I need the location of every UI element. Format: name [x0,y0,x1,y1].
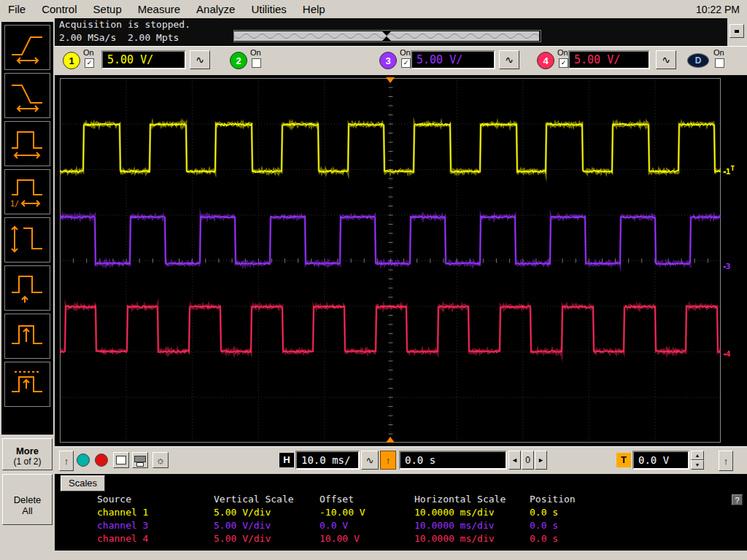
export-icon [116,456,126,464]
trigger-time-marker-top[interactable] [386,77,395,83]
channel-3-on-checkbox[interactable]: ✓ [401,58,411,68]
export-button[interactable] [113,452,129,468]
stop-button[interactable] [95,454,108,467]
scales-cell: channel 4 [97,532,214,545]
sidebar-tool-pulse-width-button[interactable] [4,121,50,166]
channel-1-scale-field[interactable]: 5.00 V/ [101,50,186,69]
help-button[interactable]: ? [732,494,743,505]
v-top-icon [7,319,48,354]
display-brightness-button[interactable]: ☼ [152,452,169,468]
menu-bar: File Control Setup Measure Analyze Utili… [0,0,747,18]
more-tools-button[interactable]: More (1 of 2) [2,438,53,470]
sample-rate-text: 2.00 MSa/s 2.00 Mpts [59,32,179,43]
overshoot-icon [7,367,48,402]
sine-icon: ∿ [196,54,204,66]
timebase-zoom-button[interactable]: ↑ [380,451,396,470]
sidebar-tool-amplitude-button[interactable] [4,217,50,262]
channel-4-button[interactable]: 4 [537,52,554,69]
delta-time-falling-icon [7,78,48,113]
horizontal-label: H [279,453,294,467]
channel-3-level-marker[interactable]: ◄3 [722,260,730,271]
trigger-label: T [616,453,631,467]
trigger-level-field[interactable]: 0.0 V [632,451,689,470]
menu-file[interactable]: File [0,3,34,15]
pulse-width-icon [7,126,48,161]
delete-all-button[interactable]: Delete All [2,474,53,525]
menu-setup[interactable]: Setup [85,3,130,15]
timebase-fine-button[interactable]: ∿ [361,451,379,470]
print-button[interactable] [132,452,148,468]
channel-4-level-marker[interactable]: ◄4 [722,347,730,359]
expand-left-button[interactable]: ↑ [59,451,74,471]
status-corner [727,18,747,46]
sidebar-tool-delta-time-falling-button[interactable] [4,73,50,118]
scales-cell: 10.0000 ms/div [414,506,530,519]
channel-4-coupling-button[interactable]: ∿ [656,50,676,69]
channel-1-coupling-button[interactable]: ∿ [190,50,210,69]
scales-cell: 5.00 V/div [214,519,320,532]
horizontal-position-field[interactable]: 0.0 s [399,451,507,470]
status-bar: Acquisition is stopped. 2.00 MSa/s 2.00 … [55,18,727,46]
printer-paper-icon [136,462,144,467]
oscilloscope-app-window: File Control Setup Measure Analyze Utili… [0,0,747,560]
channel-controls-row: 1 On ✓ 5.00 V/ ∿ 2 On 3 On ✓ 5.00 V/ ∿ 4… [55,46,747,76]
position-right-button[interactable]: ► [535,451,547,470]
sidebar-tool-frequency-button[interactable]: 1/ [4,169,50,214]
menu-utilities[interactable]: Utilities [243,3,294,15]
trigger-level-up-button[interactable]: ▲ [691,451,704,460]
clock: 10:22 PM [696,4,747,15]
acquisition-overview-bar[interactable] [233,30,541,42]
sidebar-tool-v-top-button[interactable] [4,314,50,359]
sine-icon: ∿ [662,54,670,66]
scales-cell: 5.00 V/div [214,506,320,519]
more-page-indicator: (1 of 2) [7,456,47,467]
channel-1-on-checkbox[interactable]: ✓ [85,58,94,68]
menu-control[interactable]: Control [34,3,85,15]
waveform-display[interactable]: ◄1T ◄3 ◄4 [55,75,747,446]
acquisition-overview-canvas [234,31,539,41]
channel-3-coupling-button[interactable]: ∿ [499,50,519,69]
sine-icon: ∿ [505,54,514,66]
menu-measure[interactable]: Measure [130,3,188,15]
position-left-button[interactable]: ◄ [508,451,521,470]
minimize-status-button[interactable] [729,24,744,38]
scales-cell: channel 1 [97,506,214,519]
waveform-canvas[interactable] [60,78,721,443]
sidebar-tool-overshoot-button[interactable] [4,362,50,407]
trigger-level-down-button[interactable]: ▼ [691,460,704,470]
scales-cell: 0.0 s [530,519,595,532]
sidebar-tool-v-base-button[interactable] [4,265,50,311]
timebase-scale-field[interactable]: 10.0 ms/ [295,451,360,470]
run-button[interactable] [77,454,90,467]
scales-cell: 5.00 V/div [214,532,320,545]
digital-channels-button[interactable]: D [687,53,709,68]
channel-3-scale-field[interactable]: 5.00 V/ [411,50,495,69]
scales-cell: 0.0 s [530,532,595,545]
scales-header-position: Position [530,493,595,506]
channel-4-scale-field[interactable]: 5.00 V/ [568,50,650,69]
channel-2-on-checkbox[interactable] [252,58,261,68]
scales-header-source: Source [97,493,214,506]
expand-right-button[interactable]: ↑ [719,451,733,471]
delete-label-2: All [7,505,47,516]
channel-1-button[interactable]: 1 [63,52,80,69]
tab-scales[interactable]: Scales [61,475,105,491]
minimize-icon [735,30,739,33]
sidebar-tool-delta-time-rising-button[interactable] [4,25,50,70]
scales-header-vertical: Vertical Scale [214,493,320,506]
scales-cell: -10.00 V [320,506,414,519]
scales-header-horizontal: Horizontal Scale [414,493,530,506]
trigger-time-marker-bottom[interactable] [386,437,395,443]
digital-on-checkbox[interactable] [715,58,724,68]
menu-analyze[interactable]: Analyze [188,3,243,15]
position-zero-button[interactable]: 0 [522,451,534,470]
scales-panel: Scales ? Source Vertical Scale Offset Ho… [55,474,747,551]
channel-2-on-label: On [250,48,261,57]
channel-4-on-checkbox[interactable]: ✓ [559,58,568,68]
channel-3-on-label: On [400,48,411,57]
channel-3-button[interactable]: 3 [379,52,397,69]
channel-2-button[interactable]: 2 [230,52,247,69]
menu-help[interactable]: Help [295,3,333,15]
channel-1-level-marker[interactable]: ◄1T [722,165,735,176]
horizontal-control-bar: ↑ ☼ H 10.0 ms/ ∿ ↑ 0.0 s ◄ 0 ► T 0.0 V ▲… [55,446,747,475]
